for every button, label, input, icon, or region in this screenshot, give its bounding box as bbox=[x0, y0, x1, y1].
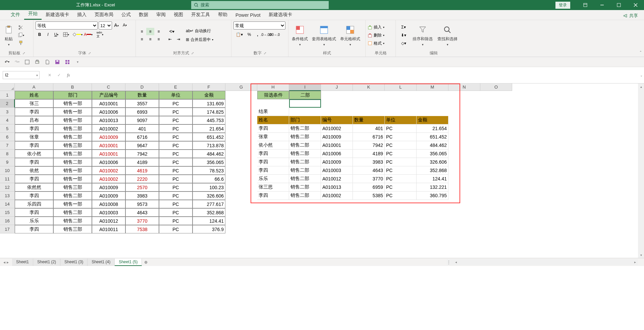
cell-D4[interactable]: 9097 bbox=[125, 116, 159, 124]
cell-C1[interactable]: 产品编号 bbox=[92, 91, 125, 99]
row-header-5[interactable]: 5 bbox=[0, 124, 15, 133]
cell-E7[interactable]: PC bbox=[159, 141, 193, 150]
scroll-left-button[interactable]: ◂ bbox=[453, 259, 459, 265]
cell-A11[interactable]: 李四 bbox=[15, 175, 53, 183]
cell-F13[interactable]: 326.606 bbox=[193, 191, 225, 200]
cell-H1[interactable]: 筛选条件 bbox=[257, 91, 289, 99]
cell-E12[interactable]: PC bbox=[159, 183, 193, 191]
font-launcher[interactable]: ⤢ bbox=[88, 51, 91, 55]
row-header-15[interactable]: 15 bbox=[0, 208, 15, 217]
cell-I4[interactable]: 部门 bbox=[289, 116, 321, 124]
qat-btn-7[interactable] bbox=[64, 58, 71, 66]
undo-button[interactable]: ↶▾ bbox=[3, 58, 11, 66]
cell-B4[interactable]: 销售一部 bbox=[53, 116, 92, 124]
paste-button[interactable]: 粘贴▾ bbox=[2, 24, 15, 47]
row-header-10[interactable]: 10 bbox=[0, 166, 15, 175]
cell-I13[interactable]: 销售二部 bbox=[289, 191, 321, 200]
underline-button[interactable]: U▾ bbox=[52, 31, 60, 38]
cell-F17[interactable]: 376.9 bbox=[193, 225, 225, 233]
col-header-E[interactable]: E bbox=[159, 84, 193, 91]
cell-B11[interactable]: 销售一部 bbox=[53, 175, 92, 183]
qat-print-button[interactable] bbox=[34, 58, 41, 66]
align-right-button[interactable]: ≡ bbox=[155, 36, 163, 43]
bold-button[interactable]: B bbox=[36, 31, 44, 38]
cell-F15[interactable]: 352.868 bbox=[193, 208, 225, 217]
col-header-D[interactable]: D bbox=[125, 84, 159, 91]
cell-B12[interactable]: 销售三部 bbox=[53, 183, 92, 191]
qat-btn-5[interactable] bbox=[44, 58, 51, 66]
tab-insert[interactable]: 插入 bbox=[73, 10, 91, 20]
cell-L6[interactable]: PC bbox=[385, 133, 417, 141]
formula-input[interactable] bbox=[74, 71, 644, 79]
cell-E13[interactable]: PC bbox=[159, 191, 193, 200]
cell-K4[interactable]: 数量 bbox=[353, 116, 385, 124]
cell-M10[interactable]: 352.868 bbox=[417, 166, 448, 175]
cell-D8[interactable]: 7942 bbox=[125, 150, 159, 158]
cell-F11[interactable]: 66.6 bbox=[193, 175, 225, 183]
cell-E6[interactable]: PC bbox=[159, 133, 193, 141]
fill-button[interactable]: ⬇▾ bbox=[398, 32, 409, 39]
col-header-G[interactable]: G bbox=[225, 84, 257, 91]
horizontal-scrollbar[interactable]: ⋮ ◂ ▸ bbox=[447, 259, 638, 265]
sheet-tab-1[interactable]: Sheet1 (2) bbox=[33, 259, 60, 266]
minimize-button[interactable] bbox=[594, 0, 610, 10]
cell-F2[interactable]: 131.609 bbox=[193, 99, 225, 108]
align-center-button[interactable]: ≡ bbox=[146, 36, 154, 43]
increase-indent-button[interactable]: ⇥ bbox=[174, 36, 182, 43]
cell-E8[interactable]: PC bbox=[159, 150, 193, 158]
row-header-8[interactable]: 8 bbox=[0, 150, 15, 158]
table-format-button[interactable]: 套用表格格式▾ bbox=[311, 24, 337, 47]
align-launcher[interactable]: ⤢ bbox=[191, 51, 194, 55]
align-top-button[interactable]: ≡ bbox=[138, 28, 146, 35]
cell-A13[interactable]: 李四 bbox=[15, 191, 53, 200]
cell-C12[interactable]: A010009 bbox=[92, 183, 125, 191]
cell-K7[interactable]: 7942 bbox=[353, 141, 385, 150]
cell-H4[interactable]: 姓名 bbox=[257, 116, 289, 124]
cell-A6[interactable]: 张章 bbox=[15, 133, 53, 141]
phonetic-button[interactable]: wén文▾ bbox=[94, 31, 106, 38]
cell-F9[interactable]: 356.065 bbox=[193, 158, 225, 166]
cell-A1[interactable]: 姓名 bbox=[15, 91, 53, 99]
cell-B15[interactable]: 销售二部 bbox=[53, 208, 92, 217]
cell-J6[interactable]: A010009 bbox=[321, 133, 353, 141]
cell-I7[interactable]: 销售二部 bbox=[289, 141, 321, 150]
cell-F7[interactable]: 713.878 bbox=[193, 141, 225, 150]
cell-M6[interactable]: 651.452 bbox=[417, 133, 448, 141]
row-header-14[interactable]: 14 bbox=[0, 200, 15, 208]
tab-new-2[interactable]: 新建选项卡 bbox=[265, 10, 296, 20]
cell-D14[interactable]: 9573 bbox=[125, 200, 159, 208]
cell-C6[interactable]: A010009 bbox=[92, 133, 125, 141]
cell-K12[interactable]: 6959 bbox=[353, 183, 385, 191]
qat-save-button[interactable] bbox=[54, 58, 61, 66]
cell-L9[interactable]: PC bbox=[385, 158, 417, 166]
col-header-C[interactable]: C bbox=[92, 84, 125, 91]
cell-styles-button[interactable]: 单元格样式▾ bbox=[339, 24, 362, 47]
sheet-tab-3[interactable]: Sheet1 (4) bbox=[88, 259, 115, 266]
sheet-tab-0[interactable]: Sheet1 bbox=[12, 259, 33, 266]
share-button[interactable]: 共享 bbox=[621, 12, 641, 20]
decrease-indent-button[interactable]: ⇤ bbox=[166, 36, 174, 43]
cancel-formula-button[interactable]: ✕ bbox=[46, 73, 53, 77]
scroll-down-button[interactable]: ▾ bbox=[638, 252, 644, 258]
align-left-button[interactable]: ≡ bbox=[138, 36, 146, 43]
cell-A5[interactable]: 李四 bbox=[15, 124, 53, 133]
font-size-select[interactable]: 12 bbox=[99, 21, 112, 30]
cell-I11[interactable]: 销售二部 bbox=[289, 175, 321, 183]
cell-C17[interactable]: A010011 bbox=[92, 225, 125, 233]
cell-D5[interactable]: 401 bbox=[125, 124, 159, 133]
cell-H10[interactable]: 李四 bbox=[257, 166, 289, 175]
cell-H3[interactable]: 结果 bbox=[257, 108, 289, 116]
cell-C3[interactable]: A010006 bbox=[92, 108, 125, 116]
cell-B17[interactable]: 销售三部 bbox=[53, 225, 92, 233]
format-cells-button[interactable]: 格式▾ bbox=[368, 40, 393, 47]
cell-D6[interactable]: 6716 bbox=[125, 133, 159, 141]
cell-M7[interactable]: 484.462 bbox=[417, 141, 448, 150]
cell-A17[interactable]: 李四 bbox=[15, 225, 53, 233]
cell-H9[interactable]: 李四 bbox=[257, 158, 289, 166]
cell-L13[interactable]: PC bbox=[385, 191, 417, 200]
redo-button[interactable]: ↷▾ bbox=[13, 58, 21, 66]
cell-I12[interactable]: 销售二部 bbox=[289, 183, 321, 191]
col-header-M[interactable]: M bbox=[417, 84, 448, 91]
clipboard-launcher[interactable]: ⤢ bbox=[22, 51, 25, 55]
percent-button[interactable]: % bbox=[245, 31, 253, 38]
